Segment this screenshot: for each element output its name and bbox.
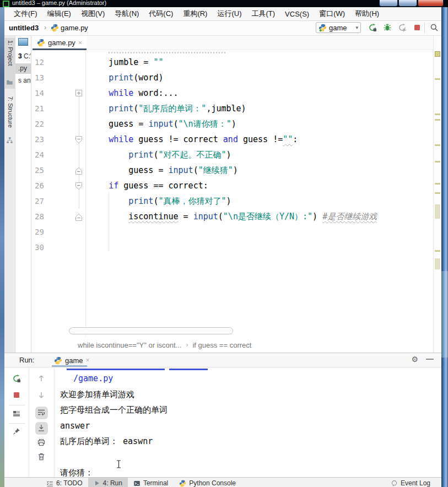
fold-marker-up[interactable] [75,213,82,221]
prev-occurrence-button[interactable] [37,374,46,383]
menu-item[interactable]: 运行(U) [212,9,246,19]
code-line[interactable]: print("真棒，你猜对了") [89,193,231,209]
horizontal-scrollbar[interactable] [69,327,233,334]
menu-item[interactable]: 重构(R) [178,9,212,19]
sidebar-tab-structure[interactable]: 7: Structure [7,96,14,128]
close-icon[interactable]: × [86,356,90,364]
statusbar-item-python-console[interactable]: Python Console [174,478,241,487]
warning-stripe-mark[interactable] [435,258,440,269]
gear-icon[interactable]: ⚙ [411,355,418,364]
code-token: "" [283,134,293,144]
debug-button[interactable] [383,23,392,33]
breadcrumb-item[interactable]: if guess == correct [192,341,251,349]
breadcrumb-project[interactable]: untitled3 [9,24,39,32]
line-number[interactable]: 23 [35,132,57,147]
code-line[interactable]: guess = input("继续猜") [89,163,238,178]
run-tab-game[interactable]: game × [52,354,92,366]
breadcrumb-file[interactable]: game.py [61,24,88,32]
line-number[interactable]: 24 [35,147,57,163]
warning-stripe-mark[interactable] [435,161,440,163]
scroll-to-end-button[interactable] [37,424,46,433]
warning-stripe-mark[interactable] [435,250,440,252]
line-number[interactable]: 26 [35,178,57,193]
warning-stripe-mark[interactable] [435,78,440,80]
close-button[interactable] [418,0,444,7]
project-tree-item[interactable]: .py [15,63,31,74]
line-number[interactable]: 21 [35,101,57,116]
project-tree-item[interactable]: s and [15,75,31,86]
restore-layout-button[interactable] [12,409,21,419]
code-line[interactable]: iscontinue = input("\n是否继续（Y/N）:") #是否继续… [89,209,377,224]
next-occurrence-button[interactable] [37,391,46,400]
line-number[interactable]: 28 [35,209,57,224]
fold-marker-down[interactable] [75,136,82,144]
run-console[interactable]: /game.py欢迎参加猜单词游戏把字母组合成一个正确的单词answer乱序后的… [55,367,441,477]
line-number[interactable]: 12 [35,55,57,70]
run-configuration-select[interactable]: game ▾ [316,22,361,33]
warning-stripe-mark[interactable] [435,192,440,194]
fold-marker-up[interactable] [75,167,82,175]
run-tool-window: Run: game × ⚙ [4,353,441,477]
menu-item[interactable]: 视图(V) [76,9,110,19]
print-button[interactable] [37,438,46,447]
tab-game-py[interactable]: game.py × [33,36,87,50]
project-panel[interactable]: 3 C:\.pys and [15,36,31,353]
menu-item[interactable]: 文件(F) [9,9,42,19]
run-with-coverage-button[interactable] [398,23,407,33]
run-toolbar-left [4,367,29,477]
menu-item[interactable]: 代码(C) [144,9,178,19]
code-editor[interactable]: 12 jumble = ""13 print(word)14 while wor… [31,50,433,337]
maximize-button[interactable] [398,0,417,7]
line-number[interactable]: 22 [35,116,57,132]
inspections-indicator[interactable] [435,51,440,57]
fold-marker-plus[interactable] [75,90,82,96]
line-number[interactable]: 14 [35,85,57,101]
search-everywhere-button[interactable] [430,23,439,33]
stop-button[interactable] [12,391,21,400]
breadcrumb-item[interactable]: while iscontinue=="Y" or iscont... [78,341,181,349]
line-number[interactable]: 29 [35,224,57,240]
warning-stripe-mark[interactable] [435,144,440,146]
run-button[interactable] [368,23,377,33]
close-icon[interactable]: × [78,39,82,47]
line-number[interactable]: 13 [35,70,57,85]
menu-item[interactable]: VCS(S) [280,10,314,18]
code-line[interactable]: jumble = "" [89,55,163,70]
code-line[interactable]: if guess == correct: [89,178,208,193]
statusbar-item-event-log[interactable]: Event Log [387,478,434,487]
warning-stripe-mark[interactable] [435,204,440,219]
line-number[interactable]: 30 [35,240,57,255]
title-bar[interactable]: untitled3 – game.py (Administrator) [0,0,448,7]
clear-console-button[interactable] [37,452,46,462]
statusbar-item--todo[interactable]: 6: TODO [41,478,88,487]
statusbar-item-terminal[interactable]: Terminal [128,478,174,487]
menu-item[interactable]: 导航(N) [110,9,144,19]
rerun-button[interactable] [12,374,21,383]
menu-item[interactable]: 帮助(H) [350,9,384,19]
toolbar-separator [9,423,25,424]
project-tree-item[interactable]: 3 C:\ [15,51,31,62]
line-number[interactable]: 27 [35,193,57,209]
menu-item[interactable]: 编辑(E) [42,9,76,19]
code-line[interactable]: print("乱序后的单词：",jumble) [89,101,246,116]
code-line[interactable]: print("对不起。不正确") [89,147,231,163]
hide-panel-icon[interactable] [426,359,434,360]
soft-wrap-button[interactable] [37,408,46,418]
warning-stripe-mark[interactable] [435,183,440,185]
minimize-button[interactable] [379,0,398,7]
warning-stripe-mark[interactable] [435,113,440,115]
stop-button[interactable] [413,23,422,33]
code-line[interactable]: while guess != correct and guess !="": [89,132,298,147]
fold-marker-down[interactable] [75,182,82,190]
sidebar-tab-project[interactable]: 1: Project [7,40,14,66]
menu-item[interactable]: 窗口(W) [314,9,350,19]
menu-item[interactable]: 工具(T) [246,9,280,19]
warning-stripe-mark[interactable] [435,119,440,121]
statusbar-item--run[interactable]: 4: Run [88,478,128,487]
code-line[interactable]: print(word) [89,70,163,85]
code-line[interactable]: guess = input("\n请你猜：") [89,116,236,132]
line-number[interactable]: 25 [35,163,57,178]
pin-tab-button[interactable] [12,427,21,436]
error-stripe[interactable] [433,36,441,353]
code-line[interactable]: while word:... [89,85,179,101]
